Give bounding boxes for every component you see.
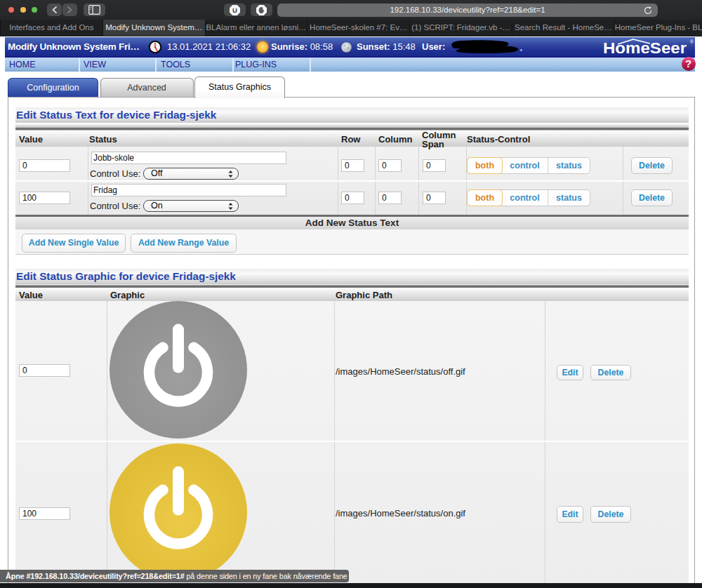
svg-text:®: ® <box>690 39 694 44</box>
svg-text:U: U <box>232 6 237 14</box>
svg-text:HomeSeer: HomeSeer <box>603 40 687 57</box>
